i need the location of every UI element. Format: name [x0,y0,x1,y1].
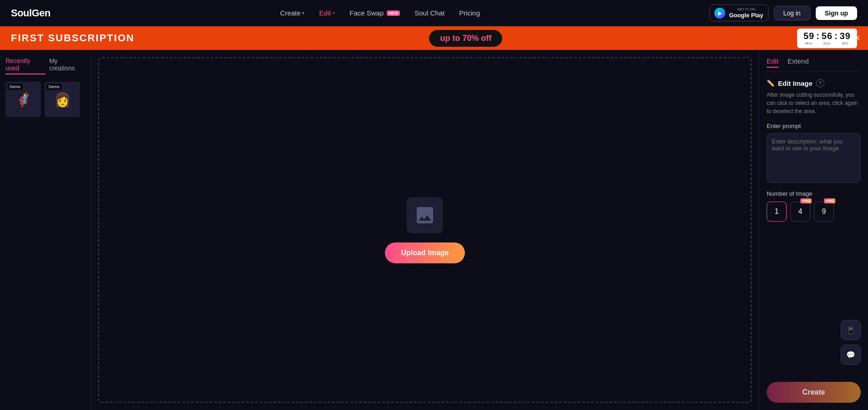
header: SoulGen Create ▾ Edit ▾ Face Swap NEW So… [0,0,868,26]
chevron-down-icon: ▾ [302,10,304,15]
chat-floating-button[interactable]: 💬 [841,345,861,365]
nav-item-create[interactable]: Create ▾ [280,9,304,17]
new-badge: NEW [387,10,400,16]
list-item[interactable]: 🦸 Demo [5,82,41,117]
main-layout: Recently used My creations 🦸 Demo 👩 Demo… [0,50,868,410]
google-play-button[interactable]: ▶ GET IT ON Google Play [709,5,768,21]
edit-image-title: Edit Image [778,79,813,87]
canvas-dashed-border[interactable]: Upload Image [98,57,752,403]
nav-item-soulchat[interactable]: Soul Chat [414,9,444,17]
edit-image-description: After image cutting successfully, you ca… [767,91,861,115]
pro-badge: PRO [800,198,812,203]
promo-text: FIRST SUBSCRIPTION [11,32,135,44]
promo-timer: 59 Min : 56 Sec : 39 MS [797,29,857,48]
list-item[interactable]: 👩 Demo [45,82,80,117]
pencil-icon: ✏️ [767,79,774,87]
pro-badge: PRO [824,198,835,203]
nav: Create ▾ Edit ▾ Face Swap NEW Soul Chat … [280,9,480,17]
prompt-textarea[interactable] [767,133,861,183]
demo-badge: Demo [7,84,23,90]
chevron-down-icon: ▾ [333,10,335,15]
num-option-4[interactable]: 4 PRO [790,202,810,222]
chat-icon: 💬 [846,351,855,359]
nav-item-edit[interactable]: Edit ▾ [319,9,335,17]
signup-button[interactable]: Sign up [816,6,857,20]
promo-banner: FIRST SUBSCRIPTION up to 70% off 59 Min … [0,26,868,50]
google-play-icon: ▶ [714,8,725,19]
demo-badge: Demo [46,84,62,90]
edit-image-section: ✏️ Edit Image ? [767,79,861,87]
header-right: ▶ GET IT ON Google Play Log in Sign up [709,5,857,21]
sidebar-images: 🦸 Demo 👩 Demo [0,82,90,117]
logo: SoulGen [11,7,50,19]
sidebar-tabs: Recently used My creations [0,57,90,74]
num-option-9[interactable]: 9 PRO [814,202,834,222]
image-icon [414,204,436,226]
help-icon[interactable]: ? [816,79,824,87]
app-icon: 📱 [846,326,855,335]
sidebar-tab-my-creations[interactable]: My creations [49,57,85,74]
tab-extend[interactable]: Extend [788,57,809,68]
nav-item-pricing[interactable]: Pricing [459,9,480,17]
image-placeholder-icon [407,197,443,233]
right-panel-tabs: Edit Extend [767,57,861,72]
floating-buttons: 📱 💬 [841,320,861,365]
tab-edit[interactable]: Edit [767,57,778,68]
sidebar-tab-recently-used[interactable]: Recently used [5,57,45,74]
prompt-label: Enter prompt [767,123,861,129]
nav-item-faceswap[interactable]: Face Swap NEW [349,9,400,17]
app-floating-button[interactable]: 📱 [841,320,861,340]
number-of-image-options: 1 4 PRO 9 PRO [767,202,861,222]
create-button[interactable]: Create [767,382,861,403]
canvas-area: Upload Image [98,57,752,403]
number-of-image-label: Number of Image [767,190,861,197]
login-button[interactable]: Log in [774,6,810,20]
promo-badge: up to 70% off [429,30,502,47]
upload-image-button[interactable]: Upload Image [385,242,465,263]
promo-close-button[interactable]: ✕ [854,33,861,43]
num-option-1[interactable]: 1 [767,202,787,222]
sidebar: Recently used My creations 🦸 Demo 👩 Demo [0,50,91,410]
